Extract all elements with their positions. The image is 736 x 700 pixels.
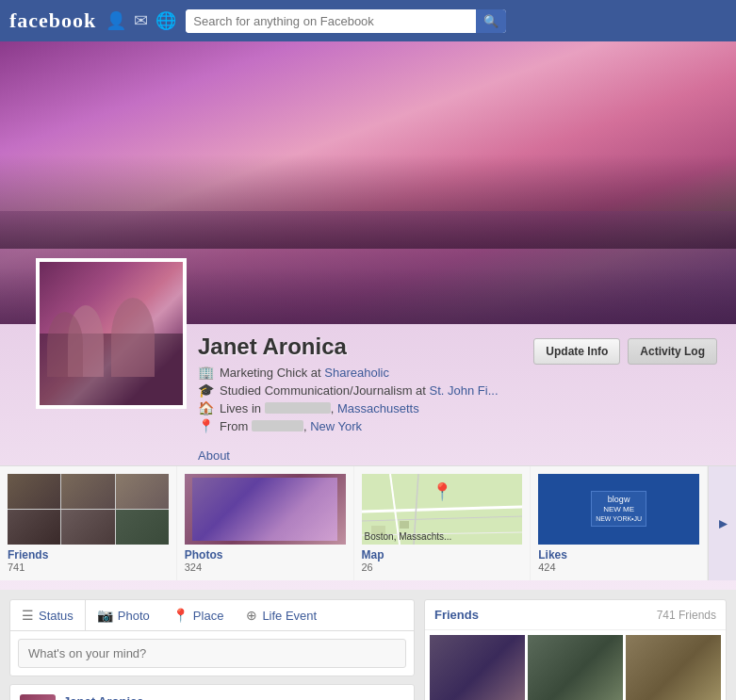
from-info: 📍 From , New York	[198, 418, 722, 433]
life-event-icon: ⊕	[246, 608, 257, 623]
facebook-logo: facebook	[9, 8, 96, 33]
profile-actions: Update Info Activity Log	[533, 338, 727, 365]
search-input[interactable]	[186, 9, 476, 33]
likes-logo: blogwNEW MENEW YORK•JU	[591, 491, 646, 529]
profile-info: 🏢 Marketing Chick at Shareaholic 🎓 Studi…	[198, 360, 736, 446]
friend-cell-2	[61, 474, 114, 509]
post-meta: Janet Aronica 2 seconds ago 👥	[63, 694, 153, 700]
friends-panel-count: 741 Friends	[657, 609, 716, 622]
profile-photo[interactable]	[36, 258, 187, 409]
friend-cell-1	[8, 474, 60, 509]
photo-tab-label: Photo	[118, 609, 150, 623]
post-box: ☰ Status 📷 Photo 📍 Place ⊕ Life Event	[9, 599, 415, 676]
right-column: Friends 741 Friends dy as n dy	[424, 599, 727, 700]
friend-cell-5	[61, 510, 114, 545]
post-avatar[interactable]	[20, 694, 56, 700]
place-icon: 📍	[172, 608, 188, 623]
friend-cell-6	[116, 510, 169, 545]
likes-thumbnail[interactable]: blogwNEW MENEW YORK•JU Likes 424	[531, 466, 708, 580]
work-icon: 🏢	[198, 365, 214, 380]
main-content: ☰ Status 📷 Photo 📍 Place ⊕ Life Event	[0, 590, 736, 700]
education-info: 🎓 Studied Communication/Journalism at St…	[198, 383, 722, 398]
home-icon[interactable]: 👤	[106, 10, 126, 31]
likes-thumbnail-image: blogwNEW MENEW YORK•JU	[538, 474, 699, 545]
cover-trees	[0, 155, 736, 249]
about-link[interactable]: About	[198, 446, 736, 465]
friends-thumbnail[interactable]: Friends 741	[0, 466, 177, 580]
friend-cell-3	[116, 474, 169, 509]
thumbnail-row: Friends 741 Photos 324	[0, 465, 736, 580]
activity-log-button[interactable]: Activity Log	[628, 338, 717, 365]
school-link[interactable]: St. John Fi...	[430, 383, 499, 398]
place-tab-label: Place	[193, 609, 224, 623]
update-info-button[interactable]: Update Info	[533, 338, 620, 365]
status-tab[interactable]: ☰ Status	[10, 600, 86, 630]
friends-panel-header: Friends 741 Friends	[425, 600, 726, 630]
job-info: 🏢 Marketing Chick at Shareaholic	[198, 365, 722, 380]
search-bar[interactable]: 🔍	[186, 9, 506, 33]
profile-name: Janet Aronica	[198, 334, 347, 360]
photos-count: 324	[185, 562, 346, 573]
place-tab[interactable]: 📍 Place	[161, 600, 236, 630]
photo-icon: 📷	[97, 608, 113, 623]
post-user-name[interactable]: Janet Aronica	[63, 694, 153, 700]
photo-tab[interactable]: 📷 Photo	[86, 600, 161, 630]
company-link[interactable]: Shareaholic	[324, 366, 389, 380]
top-navigation: facebook 👤 ✉ 🌐 🔍	[0, 0, 736, 41]
photos-label: Photos	[185, 548, 346, 562]
friend-panel-3[interactable]: n	[626, 635, 721, 700]
map-thumbnail[interactable]: 📍 Boston, Massachts... Map 26	[354, 466, 532, 580]
globe-icon[interactable]: 🌐	[155, 10, 176, 31]
nav-icons: 👤 ✉ 🌐	[106, 10, 176, 31]
lives-in-info: 🏠 Lives in , Massachusetts	[198, 400, 722, 415]
profile-section: Janet Aronica Update Info Activity Log 🏢…	[0, 324, 736, 590]
status-icon: ☰	[22, 608, 34, 623]
photos-thumbnail[interactable]: Photos 324	[177, 466, 354, 580]
friend-panel-2[interactable]: as	[528, 635, 623, 700]
city-link[interactable]: Massachusetts	[337, 401, 419, 415]
svg-rect-7	[400, 521, 409, 529]
left-column: ☰ Status 📷 Photo 📍 Place ⊕ Life Event	[9, 599, 415, 700]
search-button[interactable]: 🔍	[476, 9, 506, 33]
home-icon: 🏠	[198, 400, 214, 415]
profile-photo-inner	[40, 262, 183, 405]
status-tab-label: Status	[39, 609, 74, 623]
post-input[interactable]	[18, 639, 406, 668]
education-icon: 🎓	[198, 383, 214, 398]
messages-icon[interactable]: ✉	[134, 10, 148, 31]
life-event-tab-label: Life Event	[262, 609, 317, 623]
map-thumbnail-image: 📍 Boston, Massachts...	[362, 474, 523, 545]
hometown-link[interactable]: New York	[310, 419, 362, 433]
post-item: Janet Aronica 2 seconds ago 👥	[9, 684, 415, 700]
friend-cell-4	[8, 510, 60, 545]
more-thumbnails[interactable]: ▸	[708, 466, 736, 580]
friends-panel-title: Friends	[434, 608, 479, 622]
likes-count: 424	[538, 562, 699, 573]
map-label: Map	[362, 548, 523, 562]
pin-icon: 📍	[198, 418, 214, 433]
friends-label: Friends	[8, 548, 169, 562]
friends-grid-panel: dy as n dy sl er s	[425, 630, 726, 700]
friend-panel-1[interactable]: dy	[430, 635, 525, 700]
map-location-text: Boston, Massachts...	[365, 531, 452, 542]
friends-panel: Friends 741 Friends dy as n dy	[424, 599, 727, 700]
map-pin-icon: 📍	[432, 481, 452, 502]
life-event-tab[interactable]: ⊕ Life Event	[235, 600, 328, 630]
friends-thumbnail-image	[8, 474, 169, 545]
post-input-area	[10, 631, 414, 676]
map-count: 26	[362, 562, 523, 573]
friends-count: 741	[8, 562, 169, 573]
post-tabs: ☰ Status 📷 Photo 📍 Place ⊕ Life Event	[10, 600, 414, 631]
likes-label: Likes	[538, 548, 699, 562]
post-header: Janet Aronica 2 seconds ago 👥	[20, 694, 404, 700]
photos-thumbnail-image	[185, 474, 346, 545]
